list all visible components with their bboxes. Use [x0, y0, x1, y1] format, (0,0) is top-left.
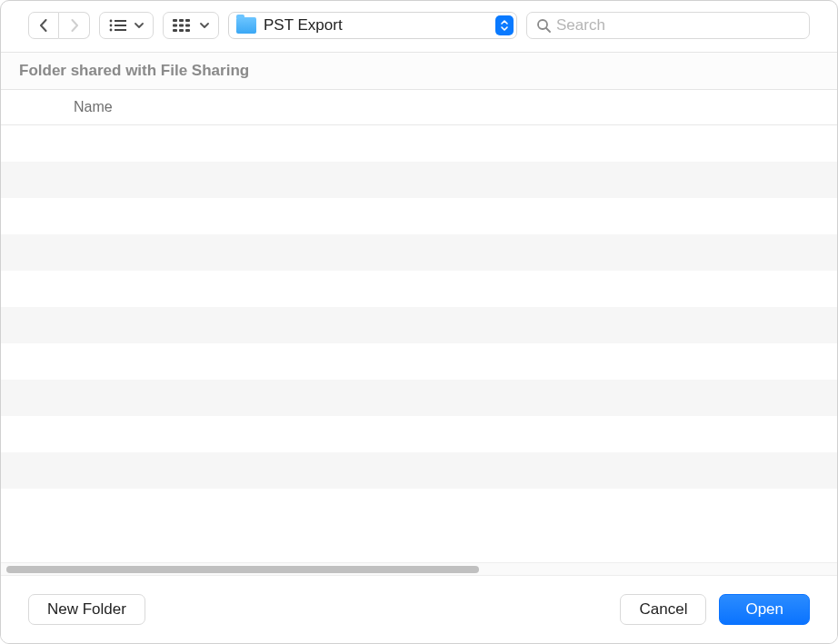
chevron-down-icon [200, 23, 209, 28]
svg-point-0 [110, 20, 113, 23]
forward-button[interactable] [59, 12, 90, 39]
new-folder-button[interactable]: New Folder [28, 594, 145, 625]
svg-line-16 [546, 28, 550, 32]
list-row [1, 380, 837, 416]
list-row [1, 125, 837, 162]
horizontal-scrollbar[interactable] [1, 562, 837, 575]
open-dialog: PST Export Folder shared with File Shari… [0, 0, 838, 644]
dialog-footer: New Folder Cancel Open [1, 575, 837, 643]
open-button[interactable]: Open [719, 594, 810, 625]
search-icon [536, 18, 551, 33]
svg-rect-10 [179, 25, 184, 27]
file-list[interactable] [1, 125, 837, 562]
list-row [1, 162, 837, 198]
view-mode-button[interactable] [99, 12, 154, 39]
column-header-name[interactable]: Name [1, 90, 837, 125]
group-by-button[interactable] [163, 12, 219, 39]
location-selector[interactable]: PST Export [228, 12, 517, 39]
svg-point-4 [110, 29, 113, 32]
toolbar: PST Export [1, 1, 837, 52]
svg-rect-9 [173, 25, 177, 27]
updown-icon [495, 15, 514, 35]
list-row [1, 271, 837, 307]
list-row [1, 307, 837, 343]
sharing-banner: Folder shared with File Sharing [1, 52, 837, 90]
list-row [1, 452, 837, 489]
svg-rect-3 [115, 25, 126, 26]
svg-rect-8 [185, 19, 190, 22]
search-input[interactable] [556, 16, 800, 35]
svg-point-2 [110, 25, 113, 27]
location-label: PST Export [264, 16, 488, 35]
svg-rect-7 [179, 19, 184, 22]
svg-rect-13 [179, 29, 184, 32]
list-row [1, 416, 837, 452]
search-field[interactable] [526, 12, 810, 39]
svg-rect-5 [115, 29, 126, 31]
chevron-down-icon [135, 23, 144, 28]
list-row [1, 343, 837, 380]
svg-rect-6 [173, 19, 177, 22]
back-button[interactable] [28, 12, 59, 39]
svg-rect-11 [185, 25, 190, 27]
nav-group [28, 12, 90, 39]
list-view-icon [109, 19, 127, 32]
group-icon [173, 19, 193, 32]
list-row [1, 234, 837, 271]
scrollbar-thumb[interactable] [6, 566, 479, 573]
chevron-left-icon [39, 19, 48, 32]
svg-rect-14 [185, 29, 190, 32]
cancel-button[interactable]: Cancel [620, 594, 706, 625]
list-row [1, 198, 837, 234]
folder-icon [236, 17, 256, 34]
chevron-right-icon [70, 19, 79, 32]
svg-rect-1 [115, 20, 126, 22]
svg-rect-12 [173, 29, 177, 32]
